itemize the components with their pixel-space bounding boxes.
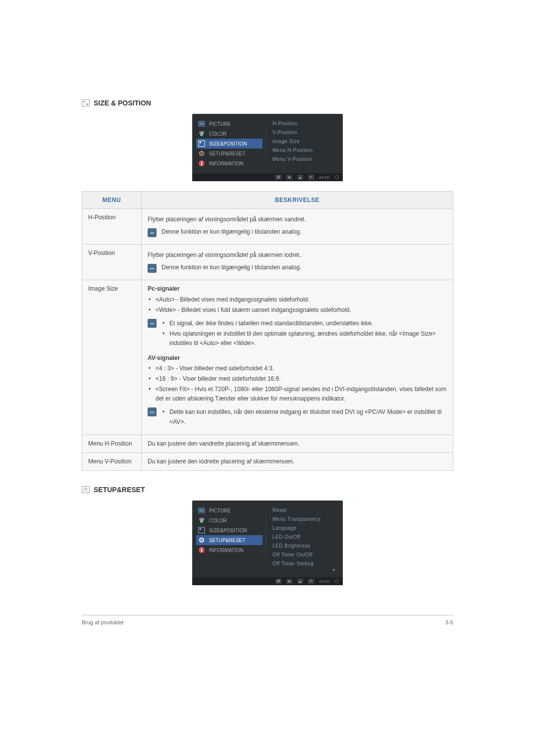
svg-rect-19 xyxy=(85,488,86,489)
list-item: <Auto> - Billedet vises med indgangssign… xyxy=(148,295,447,304)
svg-rect-33 xyxy=(201,548,202,549)
page-footer: Brug af produktet 3-5 xyxy=(82,615,453,625)
power-icon xyxy=(335,579,339,583)
picture-icon xyxy=(198,120,205,127)
note-content: Et signal, der ikke findes i tabellen me… xyxy=(161,318,447,350)
osd-item-label: SETUP&RESET xyxy=(209,151,245,156)
osd-nav-up-icon: ▲ xyxy=(297,579,303,584)
svg-point-9 xyxy=(200,133,203,136)
section-title: SIZE & POSITION xyxy=(94,99,151,107)
footer-right: 3-5 xyxy=(445,619,453,625)
osd-item-label: SIZE&POSITION xyxy=(209,141,247,147)
section-header-setup-reset: SETUP&RESET xyxy=(82,486,453,494)
osd-item-label: COLOR xyxy=(209,131,227,137)
list-item: Dette kan kun indstilles, når den ekster… xyxy=(161,407,447,426)
osd-sub-item: V-Position xyxy=(270,128,339,137)
note-icon xyxy=(148,264,157,273)
gear-icon xyxy=(198,150,205,157)
osd-sub-item: Menu Transparency xyxy=(270,514,339,523)
svg-rect-0 xyxy=(82,100,90,106)
row-label: Image Size xyxy=(82,280,142,435)
setup-reset-icon xyxy=(82,486,90,493)
osd-screenshot-size-position: PICTURE COLOR SIZE&POSITION SETUP&RESET … xyxy=(192,114,343,181)
svg-rect-11 xyxy=(200,142,201,143)
row-label: V-Position xyxy=(82,245,142,280)
row-desc: Flytter placeringen af visningsområdet p… xyxy=(142,245,453,280)
osd-nav-up-icon: ▲ xyxy=(297,175,303,180)
note-icon xyxy=(148,407,157,416)
table-row: H-Position Flytter placeringen af visnin… xyxy=(82,209,453,245)
table-row: V-Position Flytter placeringen af visnin… xyxy=(82,245,453,280)
power-icon xyxy=(335,175,339,179)
osd-item-information: INFORMATION xyxy=(196,545,263,555)
size-position-icon-small xyxy=(198,527,205,534)
svg-rect-16 xyxy=(201,161,202,162)
osd-left-menu: PICTURE COLOR SIZE&POSITION SETUP&RESET … xyxy=(192,114,267,173)
osd-bottom-bar: ☰ ▼ ▲ ↵ AUTO xyxy=(192,577,343,585)
osd-right-submenu: Reset Menu Transparency Language LED On/… xyxy=(267,501,343,577)
svg-rect-23 xyxy=(203,509,204,512)
row-label: Menu V-Position xyxy=(82,453,142,471)
footer-left: Brug af produktet xyxy=(82,619,123,625)
note-block: Dette kan kun indstilles, når den ekster… xyxy=(148,406,447,427)
osd-sub-item: Image Size xyxy=(270,137,339,146)
osd-item-label: INFORMATION xyxy=(209,161,243,166)
svg-rect-4 xyxy=(200,122,201,125)
row-desc: Pc-signaler <Auto> - Billedet vises med … xyxy=(142,280,453,435)
note-icon xyxy=(148,228,157,237)
svg-rect-17 xyxy=(82,487,90,493)
osd-auto-label: AUTO xyxy=(319,175,330,180)
info-icon xyxy=(198,160,205,167)
osd-item-information: INFORMATION xyxy=(196,158,263,168)
osd-sub-item: Reset xyxy=(270,505,339,514)
svg-point-30 xyxy=(201,540,203,541)
bullet-list: <4 : 3> - Viser billeder med sideforhold… xyxy=(148,364,447,404)
osd-item-color: COLOR xyxy=(196,515,263,525)
svg-rect-27 xyxy=(199,527,205,533)
svg-rect-28 xyxy=(200,528,201,530)
svg-rect-10 xyxy=(199,141,205,147)
row-desc: Flytter placeringen af visningsområdet p… xyxy=(142,209,453,245)
osd-sub-item: LED On/Off xyxy=(270,532,339,541)
osd-sub-item: Off Timer Setting xyxy=(270,559,339,568)
osd-item-label: SETUP&RESET xyxy=(209,538,245,543)
note-block: Denne funktion er kun tilgængelig i tils… xyxy=(148,263,447,273)
row-desc: Du kan justere den vandrette placering a… xyxy=(142,435,453,453)
section-title: SETUP&RESET xyxy=(94,486,145,494)
osd-item-label: PICTURE xyxy=(209,121,231,127)
size-position-table: MENU BESKRIVELSE H-Position Flytter plac… xyxy=(82,191,453,471)
osd-sub-item: Menu V-Position xyxy=(270,154,339,163)
list-item: <Screen Fit> - Hvis et 720P-, 1080i- ell… xyxy=(148,385,447,403)
svg-point-26 xyxy=(200,520,203,523)
list-item: <Wide> - Billedet vises i fuld skærm uan… xyxy=(148,305,447,315)
svg-rect-32 xyxy=(201,549,202,552)
desc-text: Flytter placeringen af visningsområdet p… xyxy=(148,251,447,260)
table-header-menu: MENU xyxy=(82,192,142,209)
note-text: Denne funktion er kun tilgængelig i tils… xyxy=(161,227,447,237)
osd-left-menu: PICTURE COLOR SIZE&POSITION SETUP&RESET … xyxy=(192,501,267,577)
list-item: <4 : 3> - Viser billeder med sideforhold… xyxy=(148,364,447,373)
svg-rect-22 xyxy=(201,509,202,512)
list-item: Et signal, der ikke findes i tabellen me… xyxy=(161,319,447,328)
osd-item-picture: PICTURE xyxy=(196,119,263,129)
osd-item-picture: PICTURE xyxy=(196,505,263,515)
osd-auto-label: AUTO xyxy=(319,579,330,584)
svg-rect-6 xyxy=(203,122,204,125)
osd-item-label: SIZE&POSITION xyxy=(209,528,247,533)
osd-nav-down-icon: ▼ xyxy=(286,175,292,180)
note-block: Denne funktion er kun tilgængelig i tils… xyxy=(148,227,447,237)
color-icon xyxy=(198,517,205,524)
svg-rect-15 xyxy=(201,162,202,165)
osd-sub-item: Menu H-Position xyxy=(270,146,339,154)
osd-sub-item: H-Position xyxy=(270,119,339,128)
osd-sub-item: LED Brightness xyxy=(270,541,339,550)
osd-nav-enter-icon: ↵ xyxy=(308,175,314,180)
subheading: AV-signaler xyxy=(148,353,447,363)
osd-nav-down-icon: ▼ xyxy=(286,579,292,584)
osd-right-submenu: H-Position V-Position Image Size Menu H-… xyxy=(267,114,343,173)
bullet-list: <Auto> - Billedet vises med indgangssign… xyxy=(148,295,447,315)
size-position-icon-small xyxy=(198,140,205,147)
osd-item-setup-reset: SETUP&RESET xyxy=(196,535,263,545)
svg-rect-2 xyxy=(86,103,88,105)
osd-item-size-position: SIZE&POSITION xyxy=(196,525,263,535)
